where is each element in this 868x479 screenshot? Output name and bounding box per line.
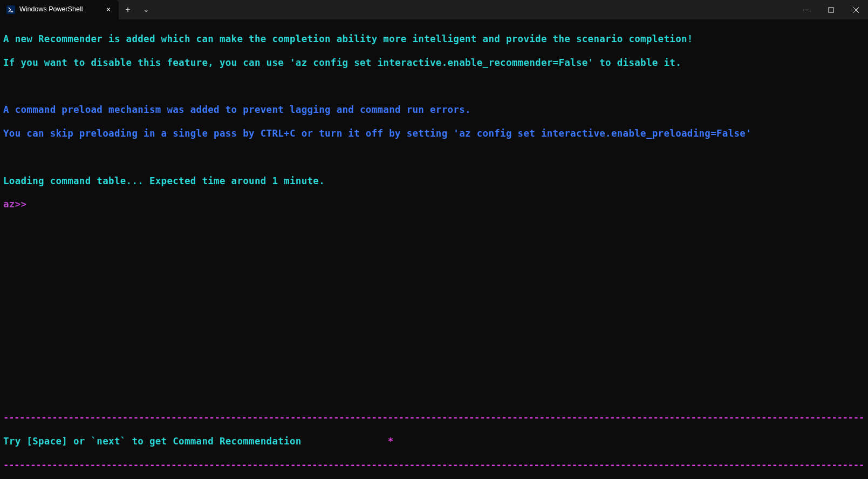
terminal[interactable]: A new Recommender is added which can mak… [0,19,868,479]
divider: ----------------------------------------… [3,412,865,424]
output-line: If you want to disable this feature, you… [3,57,865,69]
new-tab-button[interactable]: + [119,0,137,19]
tab-powershell[interactable]: Windows PowerShell × [0,0,119,19]
star-icon: * [388,436,394,448]
output-line: You can skip preloading in a single pass… [3,128,865,140]
tab-actions: + ⌄ [119,0,155,19]
output-line: A command preload mechanism was added to… [3,104,865,116]
window-controls [794,0,868,19]
tab-title: Windows PowerShell [19,5,99,14]
prompt[interactable]: az>> [3,199,865,211]
tab-dropdown-button[interactable]: ⌄ [137,0,155,19]
svg-rect-1 [829,8,833,12]
recommendation-line: Try [Space] or `next` to get Command Rec… [3,436,865,448]
divider: ----------------------------------------… [3,460,865,471]
output-line: A new Recommender is added which can mak… [3,33,865,45]
output-line: Loading command table... Expected time a… [3,176,865,187]
close-window-button[interactable] [843,0,868,19]
maximize-button[interactable] [818,0,843,19]
titlebar: Windows PowerShell × + ⌄ [0,0,868,19]
powershell-icon [6,5,15,14]
close-icon[interactable]: × [104,5,113,15]
minimize-button[interactable] [794,0,818,19]
